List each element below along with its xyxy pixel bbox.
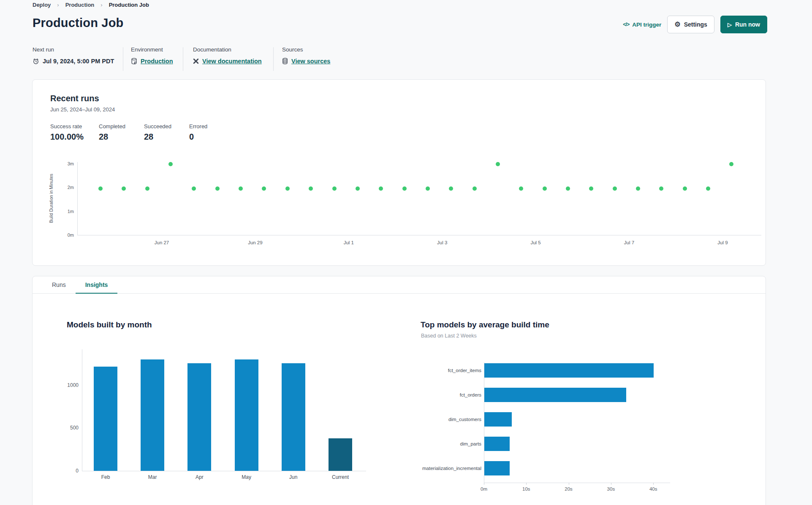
settings-button[interactable]: ⚙ Settings xyxy=(667,16,714,33)
model-label: fct_order_items xyxy=(384,368,481,373)
bar-dim_parts xyxy=(484,437,510,451)
info-link[interactable]: Production xyxy=(131,58,173,65)
run-dot[interactable] xyxy=(332,186,337,191)
run-dot[interactable] xyxy=(636,186,640,191)
x-category-label: Feb xyxy=(101,474,110,480)
info-link[interactable]: View sources xyxy=(282,58,330,65)
info-divider xyxy=(183,47,183,71)
y-tick-label: 1000 xyxy=(60,382,79,388)
api-trigger-link[interactable]: </> API trigger xyxy=(623,22,661,28)
code-icon: </> xyxy=(623,22,629,27)
run-dot[interactable] xyxy=(98,186,103,191)
info-label: Next run xyxy=(33,46,114,53)
stat-success-rate: Success rate100.00% xyxy=(50,123,84,142)
sources-icon xyxy=(282,58,288,65)
bar-dim_customers xyxy=(484,412,512,427)
run-dot[interactable] xyxy=(215,186,220,191)
stat-label: Success rate xyxy=(50,123,84,130)
breadcrumb-item-production[interactable]: Production xyxy=(65,2,95,8)
run-now-button[interactable]: ▷ Run now xyxy=(720,16,767,33)
run-dot[interactable] xyxy=(145,186,149,191)
stat-label: Completed xyxy=(99,123,125,130)
breadcrumb-item-deploy[interactable]: Deploy xyxy=(33,2,51,8)
bar-current xyxy=(329,438,352,471)
run-dot[interactable] xyxy=(285,186,290,191)
run-dot[interactable] xyxy=(262,186,266,191)
run-dot[interactable] xyxy=(449,186,453,191)
x-axis-line xyxy=(82,471,366,471)
run-dot[interactable] xyxy=(566,186,570,191)
run-dot[interactable] xyxy=(473,186,477,191)
run-dot[interactable] xyxy=(683,186,687,191)
run-dot[interactable] xyxy=(379,186,383,191)
info-link[interactable]: View documentation xyxy=(193,58,262,65)
insights-card: RunsInsights Models built by month 05001… xyxy=(32,276,766,505)
x-category-label: May xyxy=(242,474,251,480)
run-dot[interactable] xyxy=(309,186,313,191)
recent-runs-title: Recent runs xyxy=(50,94,99,103)
top-models-chart-subtitle: Based on Last 2 Weeks xyxy=(421,333,477,339)
run-dot[interactable] xyxy=(543,186,547,191)
page-title: Production Job xyxy=(33,16,123,30)
info-divider xyxy=(273,47,274,71)
x-axis-line xyxy=(484,483,670,483)
run-dot[interactable] xyxy=(239,186,243,191)
job-info-row: Next runJul 9, 2024, 5:00 PM PDTEnvironm… xyxy=(0,46,812,73)
tab-insights[interactable]: Insights xyxy=(76,276,118,294)
run-dot[interactable] xyxy=(659,186,663,191)
run-now-label: Run now xyxy=(735,21,760,28)
tab-runs[interactable]: Runs xyxy=(42,276,76,294)
x-category-label: Apr xyxy=(196,474,204,480)
run-dot[interactable] xyxy=(589,186,593,191)
run-dot[interactable] xyxy=(168,162,173,166)
x-tick-label: 20s xyxy=(565,486,573,491)
recent-runs-card: Recent runs Jun 25, 2024–Jul 09, 2024 Su… xyxy=(32,79,766,266)
bar-may xyxy=(235,359,258,471)
x-tick-label: Jul 7 xyxy=(624,240,634,245)
stat-value: 100.00% xyxy=(50,132,84,142)
info-divider xyxy=(123,47,123,71)
run-dot[interactable] xyxy=(192,186,196,191)
chevron-right-icon: › xyxy=(57,2,59,8)
stat-label: Errored xyxy=(189,123,207,130)
y-axis-line xyxy=(77,162,78,235)
run-dot[interactable] xyxy=(426,186,430,191)
info-documentation: DocumentationView documentation xyxy=(193,46,262,65)
run-dot[interactable] xyxy=(496,162,500,166)
model-label: dim_parts xyxy=(384,441,481,446)
x-tick-mark xyxy=(611,483,611,485)
bar-fct_orders xyxy=(484,388,626,402)
x-tick-label: Jul 1 xyxy=(344,240,354,245)
settings-label: Settings xyxy=(684,21,707,28)
header-actions: </> API trigger ⚙ Settings ▷ Run now xyxy=(623,16,767,33)
y-axis-line xyxy=(82,349,82,471)
x-tick-mark xyxy=(526,483,527,485)
info-value-text: View sources xyxy=(291,58,330,65)
breadcrumb: Deploy›Production›Production Job xyxy=(33,2,149,8)
run-dot[interactable] xyxy=(122,186,126,191)
x-tick-label: Jun 27 xyxy=(155,240,169,245)
info-value: Jul 9, 2024, 5:00 PM PDT xyxy=(33,58,114,65)
info-label: Documentation xyxy=(193,46,262,53)
stat-label: Succeeded xyxy=(144,123,171,130)
run-dot[interactable] xyxy=(402,186,407,191)
info-label: Sources xyxy=(282,46,330,53)
run-dot[interactable] xyxy=(356,186,360,191)
stat-value: 0 xyxy=(189,132,207,142)
stat-errored: Errored0 xyxy=(189,123,207,142)
database-icon xyxy=(131,58,137,65)
model-label: materialization_incremental xyxy=(384,466,481,471)
info-label: Environment xyxy=(131,46,173,53)
run-dot[interactable] xyxy=(519,186,523,191)
run-dot[interactable] xyxy=(729,162,733,166)
x-tick-label: 40s xyxy=(649,486,657,491)
x-tick-label: Jul 5 xyxy=(530,240,540,245)
run-dot[interactable] xyxy=(706,186,710,191)
run-dot[interactable] xyxy=(613,186,617,191)
y-tick-label: 1m xyxy=(57,209,74,214)
info-value-text: Jul 9, 2024, 5:00 PM PDT xyxy=(43,58,114,65)
models-built-chart-title: Models built by month xyxy=(67,320,152,329)
y-tick-label: 2m xyxy=(57,185,74,190)
bar-mar xyxy=(141,359,164,471)
x-tick-mark xyxy=(484,483,484,485)
